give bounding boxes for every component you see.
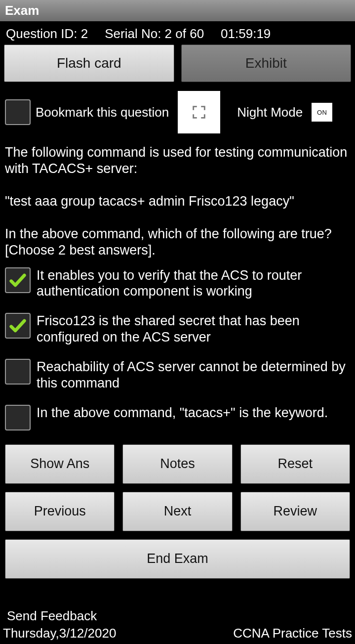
serial-no: Serial No: 2 of 60 bbox=[105, 26, 204, 42]
top-button-row: Flash card Exhibit bbox=[0, 44, 355, 82]
answer-text: Reachability of ACS server cannot be det… bbox=[37, 359, 350, 391]
bookmark-checkbox[interactable] bbox=[5, 99, 31, 125]
answer-row: It enables you to verify that the ACS to… bbox=[5, 267, 350, 300]
answer-checkbox[interactable] bbox=[5, 267, 31, 293]
bookmark-label: Bookmark this question bbox=[36, 105, 169, 120]
next-button[interactable]: Next bbox=[122, 492, 232, 531]
meta-row: Question ID: 2 Serial No: 2 of 60 01:59:… bbox=[0, 21, 355, 44]
answer-row: Frisco123 is the shared secret that has … bbox=[5, 313, 350, 345]
night-mode-label: Night Mode bbox=[237, 105, 303, 120]
answer-checkbox[interactable] bbox=[5, 359, 31, 385]
app-title: Exam bbox=[0, 0, 355, 21]
question-id: Question ID: 2 bbox=[6, 26, 88, 42]
check-icon bbox=[8, 316, 28, 336]
check-icon bbox=[8, 270, 28, 290]
reset-button[interactable]: Reset bbox=[240, 444, 350, 484]
night-mode-toggle[interactable]: ON bbox=[312, 103, 332, 122]
notes-button[interactable]: Notes bbox=[122, 444, 232, 484]
fullscreen-icon bbox=[191, 104, 207, 121]
action-row-2: Previous Next Review bbox=[0, 492, 355, 531]
timer: 01:59:19 bbox=[221, 26, 271, 42]
answer-text: It enables you to verify that the ACS to… bbox=[37, 267, 350, 300]
exhibit-button[interactable]: Exhibit bbox=[181, 44, 352, 82]
options-row: Bookmark this question Night Mode ON bbox=[0, 82, 355, 133]
show-ans-button[interactable]: Show Ans bbox=[5, 444, 115, 484]
answers-list: It enables you to verify that the ACS to… bbox=[0, 258, 355, 430]
answer-row: In the above command, "tacacs+" is the k… bbox=[5, 405, 350, 430]
footer: Send Feedback Thursday,3/12/2020 CCNA Pr… bbox=[0, 608, 355, 641]
answer-row: Reachability of ACS server cannot be det… bbox=[5, 359, 350, 391]
fullscreen-button[interactable] bbox=[178, 91, 220, 133]
previous-button[interactable]: Previous bbox=[5, 492, 115, 531]
send-feedback-link[interactable]: Send Feedback bbox=[2, 608, 353, 626]
answer-text: Frisco123 is the shared secret that has … bbox=[37, 313, 350, 345]
end-exam-button[interactable]: End Exam bbox=[5, 539, 350, 579]
answer-checkbox[interactable] bbox=[5, 405, 31, 430]
end-exam-row: End Exam bbox=[0, 539, 355, 579]
flash-card-button[interactable]: Flash card bbox=[4, 44, 174, 82]
action-row-1: Show Ans Notes Reset bbox=[0, 444, 355, 484]
question-text: The following command is used for testin… bbox=[0, 133, 355, 258]
answer-text: In the above command, "tacacs+" is the k… bbox=[37, 405, 328, 421]
review-button[interactable]: Review bbox=[240, 492, 350, 531]
footer-date: Thursday,3/12/2020 bbox=[3, 626, 116, 641]
answer-checkbox[interactable] bbox=[5, 313, 31, 339]
footer-brand: CCNA Practice Tests bbox=[233, 626, 352, 641]
